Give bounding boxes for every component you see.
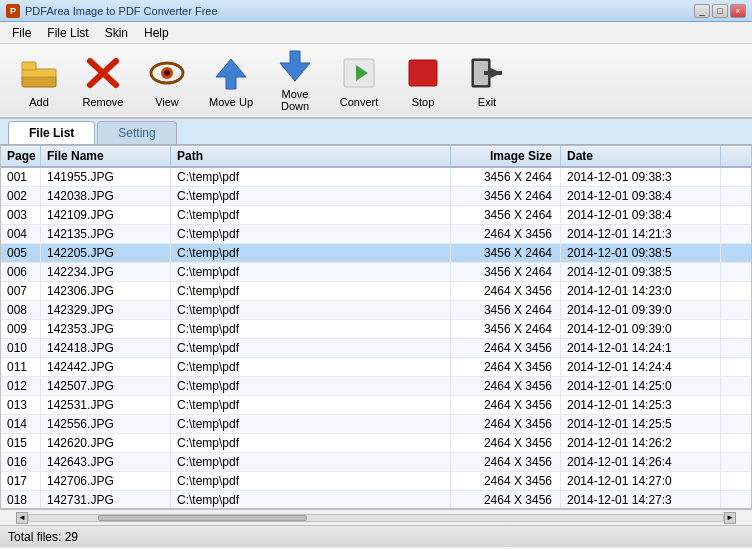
cell-name: 142442.JPG [41, 358, 171, 376]
cell-path: C:\temp\pdf [171, 491, 451, 508]
table-body: 001 141955.JPG C:\temp\pdf 3456 X 2464 2… [1, 168, 751, 508]
menu-skin[interactable]: Skin [97, 24, 136, 42]
table-row[interactable]: 006 142234.JPG C:\temp\pdf 3456 X 2464 2… [1, 263, 751, 282]
table-row[interactable]: 003 142109.JPG C:\temp\pdf 3456 X 2464 2… [1, 206, 751, 225]
move-up-button[interactable]: Move Up [200, 48, 262, 113]
convert-button[interactable]: Convert [328, 48, 390, 113]
cell-name: 142620.JPG [41, 434, 171, 452]
file-list-tab[interactable]: File List [8, 121, 95, 144]
add-button[interactable]: Add [8, 48, 70, 113]
exit-label: Exit [478, 96, 496, 108]
table-row[interactable]: 004 142135.JPG C:\temp\pdf 2464 X 3456 2… [1, 225, 751, 244]
setting-tab[interactable]: Setting [97, 121, 176, 144]
cell-size: 2464 X 3456 [451, 358, 561, 376]
cell-date: 2014-12-01 14:21:3 [561, 225, 721, 243]
table-row[interactable]: 005 142205.JPG C:\temp\pdf 3456 X 2464 2… [1, 244, 751, 263]
remove-button[interactable]: Remove [72, 48, 134, 113]
table-row[interactable]: 010 142418.JPG C:\temp\pdf 2464 X 3456 2… [1, 339, 751, 358]
table-row[interactable]: 008 142329.JPG C:\temp\pdf 3456 X 2464 2… [1, 301, 751, 320]
view-icon [147, 53, 187, 93]
scroll-track[interactable] [28, 514, 724, 522]
minimize-button[interactable]: _ [694, 4, 710, 18]
add-icon [19, 53, 59, 93]
convert-label: Convert [340, 96, 379, 108]
menu-help[interactable]: Help [136, 24, 177, 42]
cell-name: 142706.JPG [41, 472, 171, 490]
cell-date: 2014-12-01 14:27:0 [561, 472, 721, 490]
cell-path: C:\temp\pdf [171, 187, 451, 205]
cell-page: 016 [1, 453, 41, 471]
cell-page: 006 [1, 263, 41, 281]
table-row[interactable]: 014 142556.JPG C:\temp\pdf 2464 X 3456 2… [1, 415, 751, 434]
exit-button[interactable]: Exit [456, 48, 518, 113]
window-controls[interactable]: _ □ × [694, 4, 746, 18]
cell-page: 008 [1, 301, 41, 319]
maximize-button[interactable]: □ [712, 4, 728, 18]
table-row[interactable]: 013 142531.JPG C:\temp\pdf 2464 X 3456 2… [1, 396, 751, 415]
table-row[interactable]: 007 142306.JPG C:\temp\pdf 2464 X 3456 2… [1, 282, 751, 301]
menu-file-list[interactable]: File List [39, 24, 96, 42]
remove-label: Remove [83, 96, 124, 108]
cell-size: 2464 X 3456 [451, 396, 561, 414]
scroll-right-button[interactable]: ► [724, 512, 736, 524]
cell-page: 009 [1, 320, 41, 338]
menu-bar: File File List Skin Help [0, 22, 752, 44]
cell-name: 141955.JPG [41, 168, 171, 186]
cell-path: C:\temp\pdf [171, 244, 451, 262]
cell-page: 012 [1, 377, 41, 395]
cell-name: 142643.JPG [41, 453, 171, 471]
cell-name: 142038.JPG [41, 187, 171, 205]
cell-page: 002 [1, 187, 41, 205]
menu-file[interactable]: File [4, 24, 39, 42]
stop-button[interactable]: Stop [392, 48, 454, 113]
move-down-button[interactable]: Move Down [264, 48, 326, 113]
cell-page: 007 [1, 282, 41, 300]
cell-page: 005 [1, 244, 41, 262]
tab-area: File List Setting [0, 119, 752, 145]
convert-icon [339, 53, 379, 93]
cell-name: 142556.JPG [41, 415, 171, 433]
table-row[interactable]: 017 142706.JPG C:\temp\pdf 2464 X 3456 2… [1, 472, 751, 491]
cell-date: 2014-12-01 09:38:4 [561, 206, 721, 224]
cell-path: C:\temp\pdf [171, 339, 451, 357]
table-row[interactable]: 002 142038.JPG C:\temp\pdf 3456 X 2464 2… [1, 187, 751, 206]
view-button[interactable]: View [136, 48, 198, 113]
move-down-label: Move Down [269, 88, 321, 112]
cell-page: 011 [1, 358, 41, 376]
table-row[interactable]: 016 142643.JPG C:\temp\pdf 2464 X 3456 2… [1, 453, 751, 472]
close-button[interactable]: × [730, 4, 746, 18]
table-row[interactable]: 012 142507.JPG C:\temp\pdf 2464 X 3456 2… [1, 377, 751, 396]
exit-icon [467, 53, 507, 93]
cell-path: C:\temp\pdf [171, 282, 451, 300]
table-row[interactable]: 018 142731.JPG C:\temp\pdf 2464 X 3456 2… [1, 491, 751, 508]
status-bar: Total files: 29 [0, 525, 752, 547]
move-up-label: Move Up [209, 96, 253, 108]
horizontal-scrollbar[interactable]: ◄ ► [0, 509, 752, 525]
table-row[interactable]: 011 142442.JPG C:\temp\pdf 2464 X 3456 2… [1, 358, 751, 377]
move-down-icon [275, 49, 315, 85]
cell-name: 142234.JPG [41, 263, 171, 281]
cell-date: 2014-12-01 09:38:5 [561, 244, 721, 262]
svg-point-7 [164, 70, 170, 76]
cell-size: 3456 X 2464 [451, 301, 561, 319]
table-row[interactable]: 015 142620.JPG C:\temp\pdf 2464 X 3456 2… [1, 434, 751, 453]
cell-page: 014 [1, 415, 41, 433]
cell-name: 142329.JPG [41, 301, 171, 319]
scroll-thumb[interactable] [98, 515, 306, 521]
cell-path: C:\temp\pdf [171, 453, 451, 471]
table-header: Page File Name Path Image Size Date [1, 146, 751, 168]
cell-date: 2014-12-01 14:27:3 [561, 491, 721, 508]
file-table: Page File Name Path Image Size Date 001 … [0, 145, 752, 509]
scroll-left-button[interactable]: ◄ [16, 512, 28, 524]
cell-path: C:\temp\pdf [171, 377, 451, 395]
cell-size: 2464 X 3456 [451, 434, 561, 452]
cell-name: 142507.JPG [41, 377, 171, 395]
stop-icon [403, 53, 443, 93]
cell-path: C:\temp\pdf [171, 206, 451, 224]
cell-page: 018 [1, 491, 41, 508]
cell-size: 2464 X 3456 [451, 472, 561, 490]
table-row[interactable]: 001 141955.JPG C:\temp\pdf 3456 X 2464 2… [1, 168, 751, 187]
view-label: View [155, 96, 179, 108]
table-row[interactable]: 009 142353.JPG C:\temp\pdf 3456 X 2464 2… [1, 320, 751, 339]
cell-date: 2014-12-01 09:39:0 [561, 301, 721, 319]
